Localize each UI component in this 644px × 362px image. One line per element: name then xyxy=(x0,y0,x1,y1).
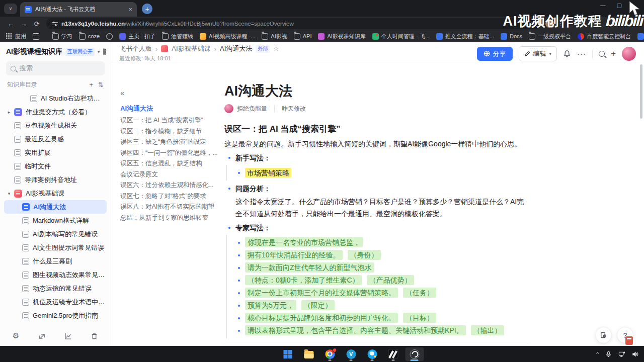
browser-profile-avatar[interactable] xyxy=(545,19,554,28)
stats-chart-icon[interactable] xyxy=(64,332,72,340)
browser-menu-icon[interactable]: ··· xyxy=(557,20,564,28)
add-page-icon[interactable]: + xyxy=(90,81,94,88)
bookmark-item[interactable]: 应用 xyxy=(6,33,26,40)
breadcrumb-item[interactable]: AI影视基础课 xyxy=(172,44,210,53)
back-button[interactable]: ← xyxy=(4,20,17,28)
tree-item[interactable]: AI剧本编写的常见错误 xyxy=(4,227,107,241)
tree-item[interactable]: 什么是三幕剧 xyxy=(4,254,107,268)
outline-item[interactable]: 误区八：对AI抱有不切实际的期望 xyxy=(120,202,218,213)
bookmark-item[interactable]: 一级授权平台 xyxy=(529,33,571,40)
new-tab-button[interactable]: + xyxy=(142,4,152,14)
bookmark-item[interactable]: 学习 xyxy=(52,33,72,40)
tab-close-icon[interactable]: × xyxy=(128,6,132,13)
outline-doc-title[interactable]: AI沟通大法 xyxy=(120,103,218,114)
bookmark-item[interactable] xyxy=(106,33,113,40)
share-icon[interactable] xyxy=(38,332,46,340)
bookmark-item[interactable]: Docs xyxy=(501,33,522,40)
outline-item[interactable]: 误区一：把 AI 当成“搜索引擎” xyxy=(120,115,218,126)
tree-item[interactable]: 最近反差灵感 xyxy=(4,132,107,146)
v-app-button[interactable]: V xyxy=(342,347,360,361)
tree-item-selected[interactable]: AI沟通大法 xyxy=(4,200,107,214)
tree-item[interactable]: 视频制作软件推荐 xyxy=(4,322,107,326)
bookmark-item[interactable]: coze xyxy=(79,33,100,40)
volume-icon[interactable] xyxy=(632,351,639,357)
site-settings-icon[interactable] xyxy=(52,21,58,26)
green-highlight: 拥有10年快消品行业的经验。 xyxy=(245,250,343,260)
search-input[interactable]: 搜索 xyxy=(6,61,105,75)
file-explorer-button[interactable] xyxy=(299,347,318,361)
scrollbar-thumb[interactable] xyxy=(640,64,642,119)
bookmark-star-icon[interactable]: ☆ xyxy=(529,20,535,27)
tree-item[interactable]: AI文生图提示词常见错误 xyxy=(4,241,107,254)
tree-item[interactable]: 图生视频动态效果常见错误 xyxy=(4,268,107,282)
bookmark-item[interactable]: 主页 - 扣子 xyxy=(119,33,155,40)
author-name[interactable]: 拒绝负能量 xyxy=(237,105,267,113)
tree-item[interactable]: AI Studio右边栏功能说明 xyxy=(4,92,107,105)
browser-tab[interactable]: AI沟通大法 - 飞书云文档 × xyxy=(20,2,137,17)
tree-item[interactable]: 导师案例抖音地址 xyxy=(4,173,107,187)
user-avatar[interactable] xyxy=(622,47,636,61)
settings-gear-icon[interactable]: ⚙ xyxy=(13,331,19,340)
outline-item[interactable]: 会议记录原文 xyxy=(120,169,218,180)
bookmark-item[interactable]: AI影视课知识库 xyxy=(318,33,365,40)
tree-item[interactable]: ▾AI影视基础课 xyxy=(4,187,107,200)
breadcrumb-current[interactable]: AI沟通大法 xyxy=(220,44,252,53)
outline-item[interactable]: 误区二：指令模糊，缺乏细节 xyxy=(120,126,218,137)
bookmark-item[interactable] xyxy=(33,33,39,40)
tree-item[interactable]: 动态运镜的常见错误 xyxy=(4,282,107,295)
outline-item[interactable]: 误区四：“一问一答”的僵化思维，... xyxy=(120,148,218,159)
search-icon[interactable] xyxy=(599,51,605,57)
create-new-icon[interactable]: + xyxy=(611,49,616,59)
notifications-bell-icon[interactable] xyxy=(563,50,571,58)
outline-item[interactable]: 误区七：忽略了对“格式”的要求 xyxy=(120,191,218,202)
sort-icon[interactable]: ⇅ xyxy=(98,81,104,88)
qq-button[interactable] xyxy=(363,347,381,361)
reload-button[interactable]: ⟳ xyxy=(30,20,43,28)
caret-right-icon[interactable]: ▸ xyxy=(7,110,12,115)
tray-expand-icon[interactable]: ^ xyxy=(596,351,599,357)
trash-icon[interactable] xyxy=(91,332,98,340)
bookmark-item[interactable]: 百度智能云控制台 xyxy=(578,33,631,40)
chevron-down-icon[interactable]: ▾ xyxy=(98,49,100,54)
capcut-icon xyxy=(388,349,398,359)
more-options-icon[interactable]: ··· xyxy=(577,49,586,58)
network-icon[interactable] xyxy=(618,351,625,357)
share-button[interactable]: 分享 xyxy=(477,47,513,61)
chrome-button[interactable] xyxy=(320,347,339,361)
outline-item[interactable]: 误区五：信息混乱，缺乏结构 xyxy=(120,158,218,169)
tree-item[interactable]: 豆包视频生成相关 xyxy=(4,119,107,132)
obs-button[interactable] xyxy=(405,347,424,361)
collapse-sidebar-icon[interactable] xyxy=(103,48,105,55)
tree-item[interactable]: Markdown格式详解 xyxy=(4,214,107,227)
caret-down-icon[interactable]: ▾ xyxy=(7,191,12,196)
bookmark-item[interactable]: 油管赚钱 xyxy=(162,33,193,40)
minimize-button[interactable]: — xyxy=(600,2,606,9)
bookmark-item[interactable]: 个人时间管理 - 飞... xyxy=(372,33,430,40)
bookmark-item[interactable]: API xyxy=(294,33,312,40)
outline-item[interactable]: 误区三：缺乏“角色扮演”的设定 xyxy=(120,137,218,148)
tab-search-button[interactable]: ˅ xyxy=(4,4,17,14)
doc-widget-button[interactable] xyxy=(596,327,611,343)
bookmark-item[interactable]: 推文全流程：基础... xyxy=(436,33,494,40)
breadcrumb-item[interactable]: 飞书个人版 xyxy=(119,44,152,53)
forward-button[interactable]: → xyxy=(17,20,30,28)
start-button[interactable] xyxy=(278,347,297,361)
tree-item[interactable]: 机位及运镜专业术语中英文对... xyxy=(4,295,107,309)
outline-item[interactable]: 误区六：过分依赖主观和情感化... xyxy=(120,180,218,191)
collapse-outline-icon[interactable]: « xyxy=(120,88,218,97)
maximize-button[interactable]: ▢ xyxy=(617,2,622,9)
favorite-star-icon[interactable]: ☆ xyxy=(273,45,279,52)
tree-item[interactable]: 实用扩展 xyxy=(4,146,107,159)
tree-item[interactable]: ▸作业提交方式（必看） xyxy=(4,105,107,119)
outline-item[interactable]: 总结：从新手到专家的思维转变 xyxy=(120,213,218,224)
bookmark-item[interactable]: AIGC 视频课程 第... xyxy=(637,33,644,40)
address-bar[interactable]: n13xv3q1y0o.feishu.cn/wiki/Xih6wryhli5Cx… xyxy=(46,18,540,29)
tree-item[interactable]: Gemini2.5pro使用指南 xyxy=(4,309,107,322)
tree-item[interactable]: 临时文件 xyxy=(4,159,107,173)
microphone-icon[interactable] xyxy=(605,351,612,357)
bookmark-item[interactable]: AI影视 xyxy=(262,33,287,40)
doc-canvas[interactable]: AI沟通大法 拒绝负能量 昨天修改 误区一：把 AI 当成“搜索引擎” 这是最常… xyxy=(221,62,637,346)
bookmark-item[interactable]: AI视频高级课程 -... xyxy=(200,33,255,40)
edit-button[interactable]: 编辑 ▾ xyxy=(519,46,557,61)
capcut-button[interactable] xyxy=(384,347,403,361)
